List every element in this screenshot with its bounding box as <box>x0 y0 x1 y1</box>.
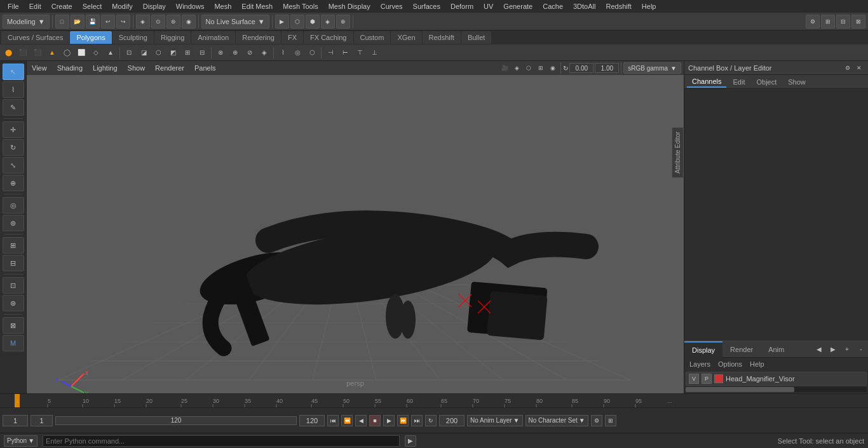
tool-lasso[interactable]: ⌇ <box>3 81 24 98</box>
layout3-btn[interactable]: ⊠ <box>851 15 865 29</box>
render4-btn[interactable]: ◈ <box>321 15 335 29</box>
new-file-btn[interactable]: □ <box>55 15 69 29</box>
menu-mesh-tools[interactable]: Mesh Tools <box>278 1 323 11</box>
channel-box-settings[interactable]: ⚙ <box>843 63 853 73</box>
shelf-icon-sphere[interactable]: ⬤ <box>1 46 15 60</box>
layout2-btn[interactable]: ⊟ <box>836 15 850 29</box>
attribute-editor-tab[interactable]: Attribute Editor <box>672 127 684 178</box>
layer-playback-btn[interactable]: P <box>702 374 712 384</box>
step-back-btn[interactable]: ⏪ <box>341 415 353 426</box>
tab-polygons[interactable]: Polygons <box>70 31 111 44</box>
vp-display-icon[interactable]: ⬡ <box>523 62 534 74</box>
menu-mesh[interactable]: Mesh <box>209 1 236 11</box>
shelf-icon-bevel[interactable]: ◪ <box>137 46 151 60</box>
shelf-icon-extrude[interactable]: ⊡ <box>122 46 136 60</box>
tool-measure[interactable]: ⊟ <box>3 255 24 271</box>
tool-sculpt[interactable]: ⊚ <box>3 215 24 231</box>
menu-create[interactable]: Create <box>46 1 78 11</box>
save-file-btn[interactable]: 💾 <box>86 15 100 29</box>
vp-camera-icon[interactable]: 🎥 <box>499 62 510 74</box>
open-file-btn[interactable]: 📂 <box>71 15 85 29</box>
layout1-btn[interactable]: ⊞ <box>821 15 835 29</box>
shelf-icon-combine[interactable]: ⊗ <box>214 46 227 60</box>
shelf-icon-separate[interactable]: ⊕ <box>228 46 242 60</box>
tool-paint-select[interactable]: ✎ <box>3 99 24 116</box>
vp-zoom-field[interactable] <box>595 63 619 73</box>
tool-soft-mod[interactable]: ◎ <box>3 197 24 214</box>
vp-menu-show[interactable]: Show <box>125 63 148 73</box>
le-tab-render[interactable]: Render <box>722 341 761 358</box>
shelf-icon-mirror[interactable]: ⊣ <box>323 46 337 60</box>
no-anim-layer-dropdown[interactable]: No Anim Layer ▼ <box>467 415 523 426</box>
menu-modify[interactable]: Modify <box>107 1 137 11</box>
shelf-icon-plane[interactable]: ⬜ <box>74 46 88 60</box>
range-end-field[interactable] <box>299 415 325 426</box>
tab-fx-caching[interactable]: FX Caching <box>304 31 353 44</box>
no-live-surface-btn[interactable]: No Live Surface ▼ <box>201 15 269 29</box>
tab-sculpting[interactable]: Sculpting <box>112 31 154 44</box>
tab-fx[interactable]: FX <box>281 31 303 44</box>
script-run-btn[interactable]: ▶ <box>405 435 416 447</box>
stop-btn[interactable]: ■ <box>369 415 381 426</box>
anim-settings-btn[interactable]: ⚙ <box>591 415 602 426</box>
le-prev-btn[interactable]: ◀ <box>812 343 826 356</box>
vp-menu-lighting[interactable]: Lighting <box>90 63 120 73</box>
render-btn[interactable]: ▶ <box>275 15 289 29</box>
script-type-dropdown[interactable]: Python ▼ <box>4 435 37 447</box>
shelf-icon-smooth[interactable]: ◎ <box>290 46 304 60</box>
tool-maya-logo[interactable]: M <box>3 335 24 351</box>
vp-scene-icon[interactable]: ◈ <box>511 62 522 74</box>
menu-surfaces[interactable]: Surfaces <box>408 1 445 11</box>
end-frame-field[interactable] <box>163 416 189 425</box>
shelf-icon-extract[interactable]: ⊘ <box>243 46 257 60</box>
shelf-icon-cylinder[interactable]: ⬛ <box>31 46 44 60</box>
le-next-btn[interactable]: ▶ <box>826 343 840 356</box>
shelf-icon-fill[interactable]: ◩ <box>166 46 180 60</box>
render2-btn[interactable]: ⬡ <box>290 15 304 29</box>
shelf-icon-conform[interactable]: ⊤ <box>353 46 367 60</box>
layer-item-head-magnifier[interactable]: V P Head_Magnifier_Visor <box>686 372 867 386</box>
shelf-icon-cube[interactable]: ⬛ <box>16 46 30 60</box>
vp-grid-icon[interactable]: ⊞ <box>535 62 546 74</box>
menu-cache[interactable]: Cache <box>538 1 568 11</box>
skip-to-start-btn[interactable]: ⏮ <box>327 415 339 426</box>
shelf-icon-bridge[interactable]: ⬡ <box>151 46 165 60</box>
le-remove-btn[interactable]: - <box>854 343 868 356</box>
menu-uv[interactable]: UV <box>478 1 498 11</box>
playback-range-bar[interactable] <box>55 416 297 425</box>
le-menu-layers[interactable]: Layers <box>687 359 713 369</box>
skip-to-end-btn[interactable]: ⏭ <box>411 415 423 426</box>
tool-show-grid[interactable]: ⊠ <box>3 317 24 334</box>
tab-curves-surfaces[interactable]: Curves / Surfaces <box>1 31 69 44</box>
shelf-icon-dup[interactable]: ◈ <box>257 46 271 60</box>
step-fwd-btn[interactable]: ⏩ <box>397 415 409 426</box>
menu-redshift[interactable]: Redshift <box>600 1 636 11</box>
layer-vis-btn[interactable]: V <box>689 374 699 384</box>
le-menu-options[interactable]: Options <box>715 359 745 369</box>
shelf-icon-split[interactable]: ⊟ <box>195 46 209 60</box>
vp-rotate-field[interactable] <box>569 63 593 73</box>
render5-btn[interactable]: ⊕ <box>336 15 350 29</box>
menu-curves[interactable]: Curves <box>376 1 408 11</box>
tool-select[interactable]: ↖ <box>3 64 24 80</box>
shelf-icon-flip[interactable]: ⊢ <box>338 46 352 60</box>
cb-tab-object[interactable]: Object <box>751 77 782 87</box>
soft-btn[interactable]: ◉ <box>182 15 196 29</box>
vp-menu-view[interactable]: View <box>29 63 50 73</box>
shelf-icon-prism[interactable]: ◇ <box>89 46 103 60</box>
layer-scrollbar[interactable] <box>686 387 867 392</box>
tool-rotate[interactable]: ↻ <box>3 139 24 156</box>
tab-animation[interactable]: Animation <box>191 31 235 44</box>
render3-btn[interactable]: ⬢ <box>306 15 320 29</box>
anim-extra-btn[interactable]: ⊞ <box>605 415 616 426</box>
cb-tab-channels[interactable]: Channels <box>687 76 726 88</box>
tool-camera[interactable]: ⊛ <box>3 295 24 311</box>
cb-tab-show[interactable]: Show <box>783 77 811 87</box>
le-menu-help[interactable]: Help <box>747 359 767 369</box>
tab-rigging[interactable]: Rigging <box>154 31 191 44</box>
redo-btn[interactable]: ↪ <box>116 15 130 29</box>
script-input[interactable] <box>43 435 400 447</box>
tool-scale[interactable]: ⤡ <box>3 157 24 173</box>
menu-generate[interactable]: Generate <box>498 1 538 11</box>
menu-select[interactable]: Select <box>78 1 107 11</box>
